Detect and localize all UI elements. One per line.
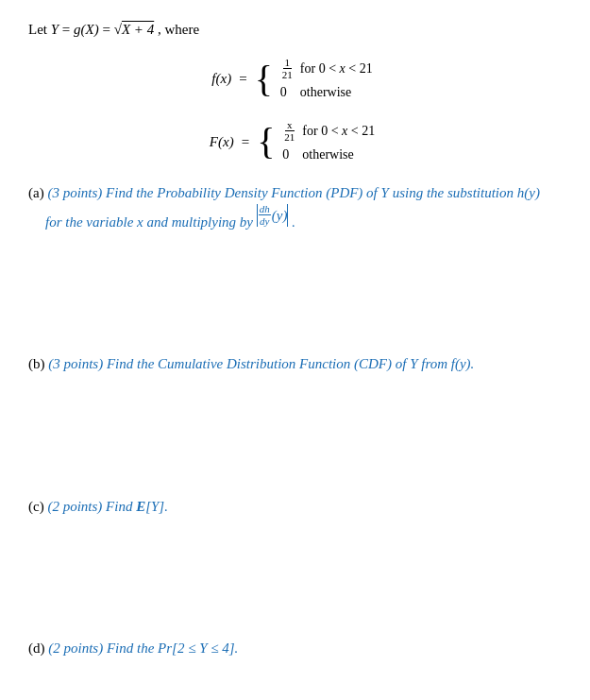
eq2: = — [102, 22, 113, 37]
part-c: (c) (2 points) Find E[Y]. — [28, 496, 562, 622]
fx-label: f(x) — [211, 68, 231, 90]
Fx-val2: 0 — [282, 144, 302, 165]
part-b-space — [28, 375, 562, 479]
Fx-cond1-text: for 0 < x < 21 — [302, 124, 375, 138]
fx-cond2: otherwise — [300, 81, 379, 103]
part-c-label: (c) — [28, 499, 47, 514]
Fx-cond2: otherwise — [302, 144, 380, 165]
Fx-cond1: for 0 < x < 21 — [302, 118, 380, 144]
intro-line: Let Y = g(X) = √X + 4 , where — [28, 19, 562, 41]
comma: , where — [158, 22, 199, 37]
func-gX: g — [74, 22, 81, 37]
Fx-frac: x 21 — [282, 119, 296, 143]
fx-cond1-text: for 0 < x < 21 — [300, 61, 373, 76]
part-c-space — [28, 517, 562, 621]
intro-text: Let — [28, 22, 51, 37]
part-c-text: (2 points) Find E[Y]. — [47, 499, 168, 514]
fx-cases: 1 21 for 0 < x < 21 0 otherwise — [280, 56, 379, 103]
fx-piecewise: f(x) = { 1 21 for 0 < x < 21 0 otherwise — [28, 56, 562, 103]
Fx-piecewise: F(x) = { x 21 for 0 < x < 21 0 otherwise — [28, 118, 562, 165]
Fx-brace: { — [257, 123, 275, 161]
part-a-space — [28, 232, 562, 336]
Fx-row2: 0 otherwise — [282, 144, 380, 165]
part-d: (d) (2 points) Find the Pr[2 ≤ Y ≤ 4]. — [28, 638, 562, 659]
fx-cond1: for 0 < x < 21 — [300, 56, 379, 81]
Fx-label: F(x) — [210, 131, 234, 153]
part-b-text: (3 points) Find the Cumulative Distribut… — [48, 356, 474, 371]
Fx-cases: x 21 for 0 < x < 21 0 otherwise — [282, 118, 380, 165]
abs-val-expr: dh dy (y) — [257, 203, 289, 227]
sqrt-expr: √X + 4 — [114, 22, 155, 37]
part-d-text: (2 points) Find the Pr[2 ≤ Y ≤ 4]. — [48, 640, 238, 656]
fx-row2: 0 otherwise — [280, 81, 379, 103]
Fx-row1: x 21 for 0 < x < 21 — [282, 118, 380, 144]
fx-brace: { — [255, 60, 273, 98]
fx-row1: 1 21 for 0 < x < 21 — [280, 56, 379, 81]
fx-eq: = — [239, 68, 246, 90]
part-a-text2: for the variable x and multiplying by dh… — [28, 214, 295, 230]
Fx-val1: x 21 — [282, 118, 302, 144]
part-d-label: (d) — [28, 640, 48, 656]
func-gX-parens: (X) — [81, 22, 99, 37]
part-a: (a) (3 points) Find the Probability Dens… — [28, 182, 562, 337]
Fx-eq: = — [242, 131, 249, 153]
var-Y: Y — [51, 22, 59, 37]
fx-val1: 1 21 — [280, 56, 300, 81]
part-a-points: (3 points) Find the Probability Density … — [47, 185, 540, 200]
part-b: (b) (3 points) Find the Cumulative Distr… — [28, 353, 562, 479]
fx-val2: 0 — [280, 81, 300, 103]
fx-frac: 1 21 — [280, 57, 295, 80]
part-b-label: (b) — [28, 356, 48, 371]
part-a-label: (a) — [28, 185, 47, 200]
eq1: = — [62, 22, 74, 37]
